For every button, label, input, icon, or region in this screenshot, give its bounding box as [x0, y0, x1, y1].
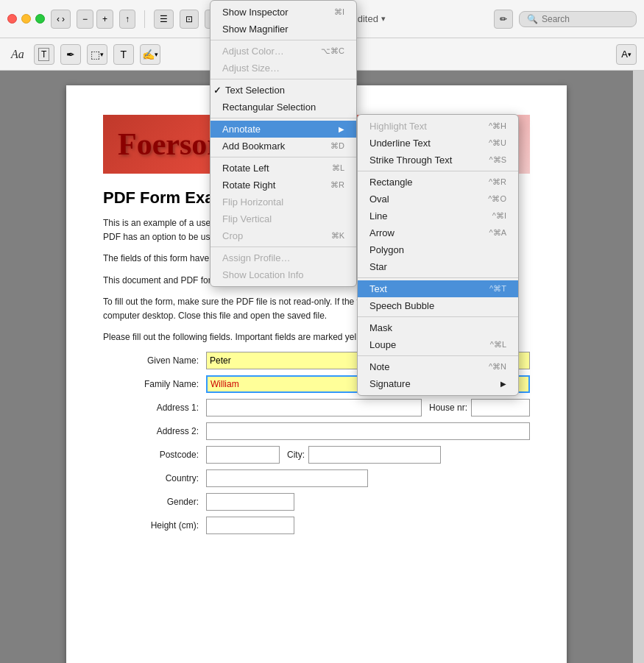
sign-icon: ✍: [142, 49, 155, 60]
menu-item-assign-profile: Assign Profile…: [210, 249, 356, 266]
postcode-input[interactable]: [206, 446, 280, 464]
submenu-item-arrow[interactable]: Arrow ^⌘A: [358, 224, 518, 241]
submenu-item-text[interactable]: Text ^⌘T: [358, 280, 518, 297]
menu-item-rect-selection[interactable]: Rectangular Selection: [210, 99, 356, 116]
menu-item-adjust-color: Adjust Color… ⌥⌘C: [210, 43, 356, 60]
text-tool-button[interactable]: T: [34, 44, 54, 65]
submenu-label-mask: Mask: [369, 322, 392, 333]
submenu-label-note: Note: [369, 361, 389, 372]
back-forward-button[interactable]: ‹ ›: [51, 10, 71, 29]
menu-label-flip-vertical: Flip Vertical: [222, 213, 272, 224]
house-nr-label: House nr:: [429, 403, 467, 413]
chevron-down-icon: ▾: [100, 51, 104, 58]
sidebar-toggle-button[interactable]: ☰: [154, 10, 174, 29]
submenu-label-polygon: Polygon: [369, 244, 404, 255]
menu-item-show-inspector[interactable]: Show Inspector ⌘I: [210, 4, 356, 21]
submenu-label-star: Star: [369, 261, 387, 272]
search-box[interactable]: 🔍: [519, 11, 637, 27]
submenu-sep-3: [358, 316, 518, 317]
shapes-tool-button[interactable]: ⬚ ▾: [87, 44, 107, 65]
menu-item-show-magnifier[interactable]: Show Magnifier: [210, 21, 356, 38]
submenu-label-oval: Oval: [369, 194, 389, 205]
submenu-item-star[interactable]: Star: [358, 258, 518, 275]
submenu-item-polygon[interactable]: Polygon: [358, 241, 518, 258]
country-label: Country:: [103, 473, 206, 483]
submenu-label-signature: Signature: [369, 378, 411, 389]
page-icon: ⊡: [185, 14, 193, 24]
chevron-down-icon: ▾: [155, 51, 158, 58]
house-nr-input[interactable]: [471, 399, 530, 416]
address1-input[interactable]: [206, 399, 422, 416]
signature-submenu-arrow-icon: ▶: [500, 380, 506, 388]
draw-tool-button[interactable]: ✒: [60, 44, 81, 65]
menu-label-add-bookmark: Add Bookmark: [222, 141, 285, 152]
submenu-item-loupe[interactable]: Loupe ^⌘L: [358, 336, 518, 353]
fullscreen-button[interactable]: [35, 14, 45, 24]
submenu-shortcut-line: ^⌘I: [492, 211, 506, 221]
submenu-item-highlight-text: Highlight Text ^⌘H: [358, 118, 518, 135]
submenu-shortcut-loupe: ^⌘L: [490, 340, 506, 350]
submenu-item-line[interactable]: Line ^⌘I: [358, 208, 518, 224]
height-label: Height (cm):: [103, 520, 206, 531]
family-name-label: Family Name:: [103, 379, 206, 389]
minimize-button[interactable]: [21, 14, 31, 24]
annotate-toolbar-button[interactable]: ✏: [494, 10, 513, 29]
gender-input[interactable]: [206, 493, 294, 511]
search-input[interactable]: [542, 14, 615, 24]
share-button[interactable]: ↑: [119, 10, 135, 29]
address2-label: Address 2:: [103, 426, 206, 436]
menu-item-show-location: Show Location Info: [210, 266, 356, 283]
country-input[interactable]: [206, 469, 368, 487]
menu-item-rotate-right[interactable]: Rotate Right ⌘R: [210, 177, 356, 194]
text-insert-button[interactable]: T: [113, 44, 134, 65]
menu-label-assign-profile: Assign Profile…: [222, 252, 290, 263]
separator: [144, 10, 145, 28]
submenu-item-signature[interactable]: Signature ▶: [358, 375, 518, 392]
submenu-label-highlight-text: Highlight Text: [369, 121, 427, 132]
menu-shortcut-add-bookmark: ⌘D: [330, 141, 344, 151]
submenu-item-note[interactable]: Note ^⌘N: [358, 358, 518, 375]
height-input[interactable]: [206, 517, 294, 534]
menu-item-add-bookmark[interactable]: Add Bookmark ⌘D: [210, 138, 356, 155]
font-button[interactable]: Aa: [7, 46, 28, 63]
chevron-down-icon: ▾: [628, 51, 631, 58]
menu-item-rotate-left[interactable]: Rotate Left ⌘L: [210, 160, 356, 177]
submenu-item-strike-text[interactable]: Strike Through Text ^⌘S: [358, 152, 518, 169]
address1-row: Address 1: House nr:: [103, 399, 530, 416]
chevron-down-icon: ▾: [381, 14, 386, 24]
submenu-sep-1: [358, 171, 518, 171]
page-view-button[interactable]: ⊡: [180, 10, 199, 29]
submenu-shortcut-strike-text: ^⌘S: [489, 155, 507, 165]
zoom-out-button[interactable]: −: [77, 10, 93, 29]
submenu-item-oval[interactable]: Oval ^⌘O: [358, 191, 518, 208]
submenu-item-mask[interactable]: Mask: [358, 319, 518, 336]
menu-label-show-magnifier: Show Magnifier: [222, 24, 289, 35]
menu-sep-4: [210, 157, 356, 157]
zoom-in-button[interactable]: +: [96, 10, 113, 29]
close-button[interactable]: [7, 14, 17, 24]
menu-item-annotate[interactable]: Annotate ▶: [210, 121, 356, 138]
font-size-button[interactable]: A ▾: [616, 44, 637, 65]
given-name-label: Given Name:: [103, 355, 206, 366]
submenu-item-rectangle[interactable]: Rectangle ^⌘R: [358, 174, 518, 191]
menu-label-annotate: Annotate: [222, 124, 261, 135]
submenu-item-speech-bubble[interactable]: Speech Bubble: [358, 297, 518, 314]
address2-input[interactable]: [206, 422, 530, 440]
submenu-sep-4: [358, 355, 518, 356]
scrollbar[interactable]: [633, 71, 644, 663]
sign-button[interactable]: ✍ ▾: [140, 44, 160, 65]
menu-shortcut-adjust-color: ⌥⌘C: [321, 46, 344, 56]
menu-sep-3: [210, 118, 356, 118]
country-row: Country:: [103, 469, 530, 487]
menu-label-adjust-color: Adjust Color…: [222, 46, 284, 57]
menu-item-text-selection[interactable]: ✓ Text Selection: [210, 82, 356, 99]
text-insert-icon: T: [121, 49, 127, 60]
city-label: City:: [287, 450, 305, 460]
submenu-item-underline-text[interactable]: Underline Text ^⌘U: [358, 135, 518, 152]
gender-label: Gender:: [103, 497, 206, 507]
submenu-label-loupe: Loupe: [369, 339, 396, 350]
menu-item-flip-horizontal: Flip Horizontal: [210, 194, 356, 210]
share-icon: ↑: [125, 14, 130, 24]
menu-label-rotate-left: Rotate Left: [222, 163, 269, 174]
city-input[interactable]: [308, 446, 441, 464]
